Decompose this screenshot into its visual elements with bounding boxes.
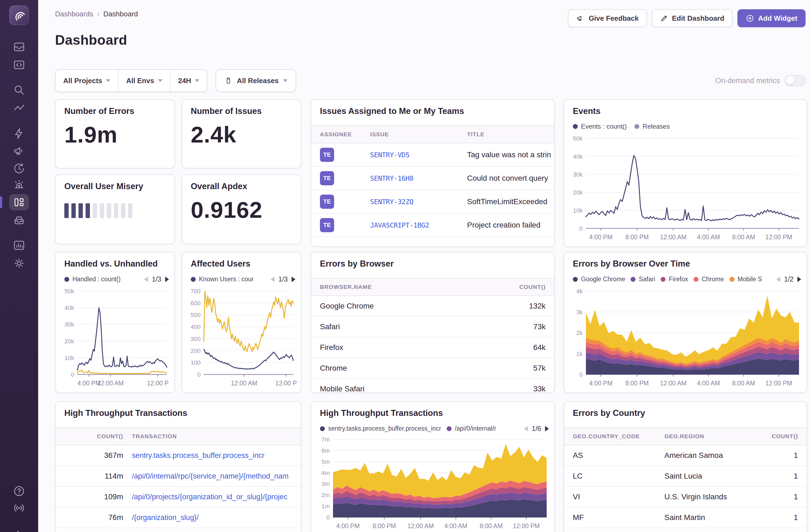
svg-text:2k: 2k <box>576 330 583 336</box>
table-row: LCSaint Lucia1 <box>564 466 807 487</box>
sidebar-item-stats[interactable] <box>9 237 29 254</box>
widget-apdex[interactable]: Overall Apdex 0.9162 <box>182 174 302 244</box>
sidebar-item-feedback[interactable] <box>9 143 29 159</box>
column-header[interactable]: TRANSACTION <box>132 433 301 440</box>
table-cell: 73k <box>491 322 554 331</box>
pager-next-icon[interactable] <box>797 277 801 282</box>
widget-issues-assigned[interactable]: Issues Assigned to Me or My Teams ASSIGN… <box>311 99 555 247</box>
widget-number-of-issues[interactable]: Number of Issues 2.4k <box>182 99 302 168</box>
cell-link[interactable]: JAVASCRIPT-1BG2 <box>370 221 467 229</box>
affected-users-chart[interactable]: 010020030040050060070012:00 AM12:00 P <box>184 288 296 387</box>
breadcrumb-dashboards[interactable]: Dashboards <box>55 10 93 18</box>
time-range-filter[interactable]: 24H <box>171 70 207 92</box>
column-header[interactable]: GEO.REGION <box>664 433 752 440</box>
dashboards-icon <box>13 196 26 209</box>
column-header[interactable]: COUNT() <box>752 433 807 440</box>
filter-bar: All Projects All Envs 24H All Releases O… <box>55 70 806 92</box>
give-feedback-button[interactable]: Give Feedback <box>568 9 647 27</box>
big-number-value: 2.4k <box>191 122 292 148</box>
releases-filter[interactable]: All Releases <box>216 69 296 92</box>
chart-legend: Handled : count() 1/3 <box>64 275 169 283</box>
column-header[interactable]: COUNT() <box>491 284 554 290</box>
assignee-badge[interactable]: TE <box>320 148 334 162</box>
column-header[interactable]: ISSUE <box>370 131 467 138</box>
widget-errors-by-browser[interactable]: Errors by Browser BROWSER.NAMECOUNT()Goo… <box>311 252 555 393</box>
sidebar-item-replays[interactable] <box>9 160 29 177</box>
legend-item[interactable]: Safari <box>631 275 655 283</box>
table-row: Google Chrome132k <box>311 296 554 317</box>
legend-item[interactable]: /api/0/internal/r <box>447 425 496 432</box>
sidebar-item-projects[interactable] <box>9 57 29 73</box>
pager-next-icon[interactable] <box>165 277 169 282</box>
assignee-badge[interactable]: TE <box>320 218 334 232</box>
widget-errors-by-country[interactable]: Errors by Country GEO.COUNTRY_CODEGEO.RE… <box>564 401 807 532</box>
search-icon <box>13 83 26 96</box>
cell-link[interactable]: /api/0/projects/{organization_id_or_slug… <box>132 493 301 501</box>
projects-filter[interactable]: All Projects <box>56 70 119 92</box>
legend-item[interactable]: Events : count() <box>573 123 627 130</box>
handled-chart[interactable]: 010k20k30k40k50k4:00 PM12:00 AM12:00 P <box>58 288 170 387</box>
sidebar-item-traces[interactable] <box>9 100 29 116</box>
environments-filter[interactable]: All Envs <box>119 70 171 92</box>
events-chart[interactable]: 010k20k30k40k50k4:00 PM8:00 PM12:00 AM4:… <box>566 136 802 242</box>
add-widget-button[interactable]: Add Widget <box>737 9 806 27</box>
browser-over-time-chart[interactable]: 01k2k3k4k4:00 PM8:00 PM12:00 AM4:00 AM8:… <box>566 288 802 387</box>
cell-link[interactable]: /{organization_slug}/ <box>132 514 301 522</box>
legend-item[interactable]: Mobile S <box>730 275 762 283</box>
widget-events[interactable]: Events Events : count() Releases 010k20k… <box>564 99 807 247</box>
legend-item[interactable]: Handled : count() <box>64 275 120 283</box>
table-row: Safari73k <box>311 317 554 337</box>
high-throughput-chart[interactable]: 01m2m3m4m5m6m7m4:00 PM8:00 PM12:00 AM4:0… <box>313 437 550 530</box>
table-row: 109m/api/0/projects/{organization_id_or_… <box>56 487 301 507</box>
assignee-badge[interactable]: TE <box>320 195 334 209</box>
cell-link[interactable]: /api/0/internal/rpc/{service_name}/{meth… <box>132 472 301 481</box>
sidebar-item-issues[interactable] <box>9 39 29 55</box>
sidebar-item-help[interactable] <box>9 483 29 499</box>
column-header[interactable]: TITLE <box>467 131 554 138</box>
ondemand-metrics-toggle[interactable] <box>785 75 806 87</box>
column-header[interactable]: GEO.COUNTRY_CODE <box>573 433 664 440</box>
legend-item[interactable]: Known Users : cour <box>191 275 254 283</box>
legend-item[interactable]: Releases <box>634 123 670 130</box>
sidebar-item-releases[interactable] <box>9 212 29 228</box>
pager-prev-icon[interactable] <box>524 426 528 431</box>
edit-dashboard-button[interactable]: Edit Dashboard <box>652 9 733 27</box>
svg-text:2m: 2m <box>321 492 330 499</box>
sidebar-item-settings[interactable] <box>9 255 29 271</box>
sentry-logo[interactable] <box>9 5 29 25</box>
widget-user-misery[interactable]: Overall User Misery <box>55 174 175 244</box>
sidebar-item-quickstart[interactable] <box>9 125 29 142</box>
pager-next-icon[interactable] <box>292 277 295 282</box>
legend-item[interactable]: Firefox <box>661 275 688 283</box>
widget-high-throughput-chart[interactable]: High Throughput Transactions sentry.task… <box>311 401 555 532</box>
widget-affected-users[interactable]: Affected Users Known Users : cour 1/3 01… <box>182 252 302 393</box>
legend-label: sentry.tasks.process_buffer.process_incr <box>328 425 441 432</box>
widget-errors-by-browser-over-time[interactable]: Errors by Browser Over Time Google Chrom… <box>564 252 807 393</box>
table-cell: Saint Martin <box>664 513 752 522</box>
sidebar-item-alerts[interactable] <box>9 177 29 194</box>
cell-link[interactable]: sentry.tasks.process_buffer.process_incr <box>132 451 301 460</box>
legend-item[interactable]: Chrome <box>693 275 724 283</box>
sidebar-item-dashboards[interactable] <box>9 194 29 210</box>
legend-pager: 1/3 <box>267 275 295 283</box>
cell-link[interactable]: SENTRY-32ZQ <box>370 198 467 206</box>
column-header[interactable]: BROWSER.NAME <box>320 284 491 290</box>
table-cell: MF <box>573 513 664 522</box>
cell-link[interactable]: SENTRY-16H8 <box>370 174 467 182</box>
cell-link[interactable]: SENTRY-VD5 <box>370 151 467 159</box>
column-header[interactable]: COUNT() <box>64 433 132 440</box>
widget-handled-vs-unhandled[interactable]: Handled vs. Unhandled Handled : count() … <box>55 252 175 393</box>
widget-number-of-errors[interactable]: Number of Errors 1.9m <box>55 99 175 168</box>
pager-next-icon[interactable] <box>545 426 549 431</box>
pager-prev-icon[interactable] <box>776 277 780 282</box>
assignee-badge[interactable]: TE <box>320 171 334 185</box>
pager-prev-icon[interactable] <box>271 277 274 282</box>
pager-prev-icon[interactable] <box>144 277 148 282</box>
widget-high-throughput-table[interactable]: High Throughput Transactions COUNT()TRAN… <box>55 401 302 532</box>
sidebar-item-broadcasts[interactable] <box>9 500 29 516</box>
sidebar-expand[interactable] <box>9 526 29 532</box>
sidebar-item-search[interactable] <box>9 82 29 98</box>
legend-item[interactable]: Google Chrome <box>573 275 625 283</box>
legend-item[interactable]: sentry.tasks.process_buffer.process_incr <box>320 425 441 432</box>
column-header[interactable]: ASSIGNEE <box>320 131 370 138</box>
